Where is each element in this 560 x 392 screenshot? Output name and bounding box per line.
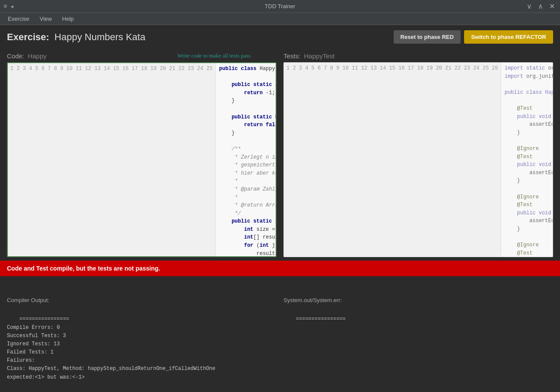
header-buttons: Reset to phase RED Switch to phase REFAC… xyxy=(394,30,553,44)
menu-bar: Exercise View Help xyxy=(0,13,560,25)
maximize-button[interactable]: ∧ xyxy=(536,1,545,11)
test-panel: Tests: HappyTest 1 2 3 4 5 6 7 8 9 10 11… xyxy=(283,52,553,257)
compiler-output-label: Compiler Output: xyxy=(7,296,277,305)
title-bar-left: ≡ ★ xyxy=(3,3,14,10)
switch-button[interactable]: Switch to phase REFACTOR xyxy=(464,30,553,44)
app-icon: ≡ xyxy=(3,3,7,10)
close-button[interactable]: ✕ xyxy=(547,1,557,11)
code-panel: Code: Happy Write code to make all tests… xyxy=(7,52,277,257)
status-message: Code and Test compile, but the tests are… xyxy=(7,265,160,272)
test-panel-header: Tests: HappyTest xyxy=(283,52,553,60)
output-area: Compiler Output: ================ Compil… xyxy=(0,276,560,392)
menu-help[interactable]: Help xyxy=(58,14,78,24)
system-output-label: System.out/System.err: xyxy=(283,296,553,305)
window-title: TDD Trainer xyxy=(265,3,296,10)
test-code-content[interactable]: import static org.junit.Assert.*; import… xyxy=(501,63,553,257)
minimize-button[interactable]: ∨ xyxy=(525,1,534,11)
menu-view[interactable]: View xyxy=(35,14,56,24)
compiler-output-content: ================ Compile Errors: 0 Succe… xyxy=(7,316,215,380)
test-filename: HappyTest xyxy=(304,52,335,60)
main-content: Code: Happy Write code to make all tests… xyxy=(0,49,560,261)
code-label: Code: xyxy=(7,52,24,60)
code-content[interactable]: public class Happy { public static int h… xyxy=(216,63,276,256)
exercise-title: Exercise: Happy Numbers Kata xyxy=(7,32,145,43)
reset-button[interactable]: Reset to phase RED xyxy=(394,30,461,44)
test-line-numbers: 1 2 3 4 5 6 7 8 9 10 11 12 13 14 15 16 1… xyxy=(284,63,501,257)
test-label: Tests: xyxy=(283,52,300,60)
menu-exercise[interactable]: Exercise xyxy=(3,14,34,24)
compiler-output-panel: Compiler Output: ================ Compil… xyxy=(7,280,277,390)
exercise-label: Exercise: xyxy=(7,32,49,42)
code-editor[interactable]: 1 2 3 4 5 6 7 8 9 10 11 12 13 14 15 16 1… xyxy=(7,62,277,257)
status-bar: Code and Test compile, but the tests are… xyxy=(0,261,560,276)
header: Exercise: Happy Numbers Kata Reset to ph… xyxy=(0,25,560,49)
line-numbers: 1 2 3 4 5 6 7 8 9 10 11 12 13 14 15 16 1… xyxy=(8,63,216,256)
system-output-content: ================ xyxy=(296,316,346,322)
title-bar-controls: ∨ ∧ ✕ xyxy=(525,1,557,11)
title-bar: ≡ ★ TDD Trainer ∨ ∧ ✕ xyxy=(0,0,560,13)
exercise-name: Happy Numbers Kata xyxy=(54,32,145,42)
system-output-panel: System.out/System.err: ================ xyxy=(283,280,553,390)
test-editor[interactable]: 1 2 3 4 5 6 7 8 9 10 11 12 13 14 15 16 1… xyxy=(283,62,553,257)
code-filename: Happy xyxy=(28,52,46,60)
pin-icon: ★ xyxy=(10,3,14,10)
